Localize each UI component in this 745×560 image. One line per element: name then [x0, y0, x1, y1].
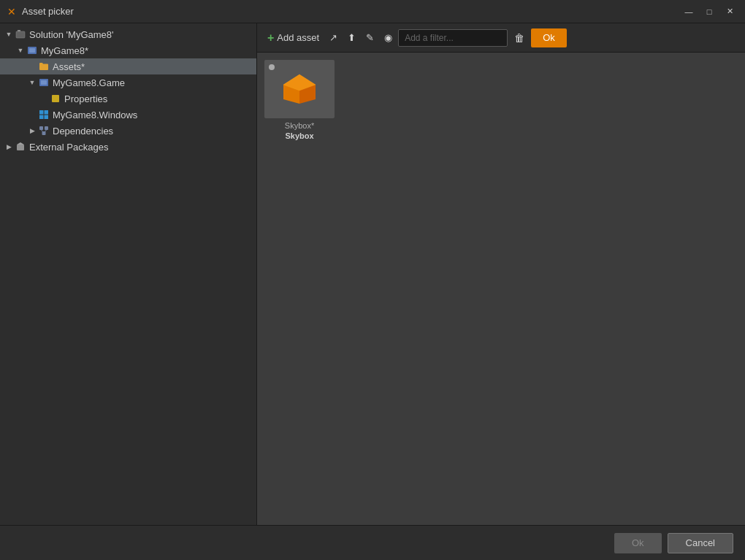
tree-item-externalpackages[interactable]: External Packages [0, 139, 256, 155]
solution-icon [15, 28, 26, 40]
minimize-button[interactable]: — [679, 4, 698, 19]
app-icon: ✕ [6, 6, 18, 18]
svg-rect-5 [41, 80, 47, 85]
tree-label-externalpackages: External Packages [29, 142, 108, 153]
tree-item-properties[interactable]: Properties [0, 91, 256, 107]
title-bar: ✕ Asset picker — □ ✕ [0, 0, 745, 23]
tree-label-assets: Assets* [53, 61, 85, 72]
tree-label-properties: Properties [64, 93, 107, 104]
edit-button[interactable]: ✎ [362, 28, 378, 48]
tree-arrow-externalpackages [3, 141, 15, 153]
svg-rect-6 [52, 95, 59, 102]
toolbar: + Add asset ↗ ⬆ ✎ ◉ 🗑 Ok [257, 23, 745, 53]
svg-rect-9 [39, 115, 44, 120]
tree-item-dependencies[interactable]: Dependencies [0, 123, 256, 139]
close-button[interactable]: ✕ [720, 4, 739, 19]
svg-rect-10 [45, 115, 49, 120]
tree-arrow-mygame8game [26, 77, 38, 88]
asset-grid: Skybox*Skybox [257, 53, 745, 525]
window-title: Asset picker [22, 6, 679, 17]
tree-label-mygame8windows: MyGame8.Windows [53, 110, 137, 120]
tree-item-mygame8game[interactable]: MyGame8.Game [0, 74, 256, 91]
import-button[interactable]: ⬆ [343, 28, 360, 48]
asset-thumbnail-skybox [264, 60, 335, 118]
props-icon [50, 93, 61, 104]
plus-icon: + [267, 31, 274, 45]
bottom-ok-button: Ok [614, 533, 662, 553]
delete-button[interactable]: 🗑 [509, 28, 530, 48]
svg-rect-0 [16, 31, 25, 38]
svg-rect-3 [29, 48, 35, 53]
tree-item-solution[interactable]: Solution 'MyGame8' [0, 26, 256, 42]
tree-arrow-dependencies [26, 125, 38, 137]
edit-icon: ✎ [366, 32, 374, 43]
deps-icon [38, 125, 50, 137]
tree-label-mygame8: MyGame8* [41, 45, 88, 56]
packages-icon [15, 141, 26, 153]
maximize-button[interactable]: □ [700, 4, 719, 19]
asset-name-modified-skybox: Skybox* [264, 120, 335, 131]
cancel-button[interactable]: Cancel [668, 533, 733, 553]
windows-icon [38, 109, 50, 120]
svg-marker-17 [17, 142, 24, 145]
tree-item-assets[interactable]: Assets* [0, 58, 256, 74]
tree-panel: Solution 'MyGame8'MyGame8*Assets*MyGame8… [0, 23, 257, 525]
import-icon: ⬆ [348, 32, 356, 43]
main-container: Solution 'MyGame8'MyGame8*Assets*MyGame8… [0, 23, 745, 525]
toolbar-ok-button[interactable]: Ok [531, 28, 567, 47]
export-icon: ↗ [329, 32, 337, 43]
add-asset-label: Add asset [277, 32, 319, 43]
tree-arrow-mygame8 [15, 45, 26, 56]
svg-rect-8 [45, 110, 49, 115]
asset-name-skybox: Skybox [264, 131, 335, 141]
svg-rect-16 [17, 145, 24, 150]
export-button[interactable]: ↗ [325, 28, 342, 48]
svg-rect-12 [45, 126, 48, 130]
game-icon [26, 45, 38, 56]
asset-panel: + Add asset ↗ ⬆ ✎ ◉ 🗑 Ok [257, 23, 745, 525]
view-button[interactable]: ◉ [380, 28, 397, 48]
filter-input[interactable] [398, 29, 508, 47]
svg-rect-7 [39, 110, 44, 115]
eye-icon: ◉ [384, 32, 392, 43]
game-icon [38, 77, 50, 88]
svg-rect-11 [39, 126, 43, 130]
tree-item-mygame8windows[interactable]: MyGame8.Windows [0, 107, 256, 123]
folder-icon [38, 61, 50, 72]
add-asset-button[interactable]: + Add asset [263, 28, 324, 48]
svg-rect-1 [18, 30, 20, 31]
tree-label-solution: Solution 'MyGame8' [29, 29, 114, 40]
window-controls: — □ ✕ [679, 4, 739, 19]
tree-label-mygame8game: MyGame8.Game [53, 77, 125, 88]
bottom-bar: Ok Cancel [0, 525, 745, 560]
asset-item-skybox[interactable]: Skybox*Skybox [263, 58, 336, 143]
tree-arrow-solution [3, 28, 15, 40]
tree-item-mygame8[interactable]: MyGame8* [0, 42, 256, 58]
tree-label-dependencies: Dependencies [53, 126, 113, 137]
